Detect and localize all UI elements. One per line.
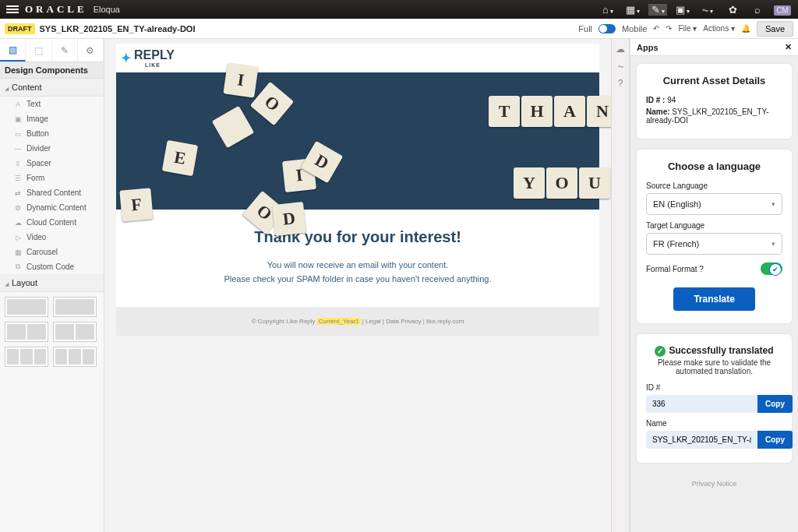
content-header[interactable]: Content — [0, 79, 104, 97]
sidebar-item-label: Carousel — [26, 248, 58, 256]
bell-icon[interactable]: 🔔 — [741, 24, 750, 33]
grid-icon[interactable]: ▦▾ — [623, 4, 642, 16]
target-lang-select[interactable]: FR (French)▾ — [646, 233, 782, 255]
sidebar-item-icon: ▭ — [14, 130, 22, 138]
preview-switch[interactable] — [598, 24, 616, 33]
left-panel: ▧ ⬚ ✎ ⚙ Design Components Content AText▣… — [0, 39, 104, 532]
analytics-icon[interactable]: ⏦ — [613, 59, 627, 73]
sidebar-item-icon: A — [14, 100, 22, 108]
gear-icon[interactable]: ✿ — [723, 4, 742, 16]
sidebar-item-carousel[interactable]: ▦Carousel — [0, 245, 104, 259]
source-lang-select[interactable]: EN (English)▾ — [646, 193, 782, 215]
edit-icon[interactable]: ✎▾ — [648, 4, 667, 16]
sidebar-item-icon: ⧉ — [14, 262, 22, 271]
asset-subbar: DRAFT SYS_LKR_202105_EN_TY-already-DOI F… — [0, 19, 798, 39]
layout-3col[interactable] — [5, 347, 48, 367]
email-footer: © Copyright Like Reply Current_Year1 | L… — [116, 307, 599, 336]
language-card-title: Choose a language — [646, 160, 782, 172]
sidebar-item-label: Video — [26, 233, 46, 241]
sidebar-item-icon: ☰ — [14, 174, 22, 182]
user-avatar[interactable]: CM — [773, 4, 792, 16]
hero-image: I O E F I D O D T H A N Y O U — [116, 72, 599, 210]
actions-menu[interactable]: Actions ▾ — [703, 24, 735, 33]
product-name: Eloqua — [94, 5, 120, 14]
formal-label: Formal Format ? — [646, 265, 704, 273]
redo-icon[interactable]: ↷ — [666, 24, 672, 33]
chart-icon[interactable]: ⏦▾ — [698, 4, 717, 16]
sidebar-item-divider[interactable]: —Divider — [0, 141, 104, 156]
source-lang-label: Source Language — [646, 181, 782, 190]
copy-name-button[interactable]: Copy — [757, 431, 793, 449]
design-components-title: Design Components — [0, 62, 104, 79]
draft-badge: DRAFT — [5, 23, 35, 34]
layout-grid — [0, 292, 104, 372]
apps-title: Apps — [637, 43, 659, 52]
sidebar-item-form[interactable]: ☰Form — [0, 171, 104, 185]
close-icon[interactable]: ✕ — [785, 42, 792, 52]
copy-id-button[interactable]: Copy — [757, 395, 793, 413]
sidebar-item-label: Shared Content — [26, 188, 81, 197]
sidebar-item-button[interactable]: ▭Button — [0, 126, 104, 141]
sidebar-item-icon: ☁ — [14, 219, 22, 227]
sidebar-item-image[interactable]: ▣Image — [0, 111, 104, 126]
sidebar-item-label: Image — [26, 115, 48, 123]
tab-components[interactable]: ▧ — [0, 39, 26, 62]
layout-2col[interactable] — [5, 322, 48, 342]
sidebar-item-dynamic-content[interactable]: ⚙Dynamic Content — [0, 200, 104, 215]
language-card: Choose a language Source Language EN (En… — [637, 150, 792, 323]
menu-icon[interactable] — [6, 5, 19, 13]
search-icon[interactable]: ⌕ — [748, 4, 767, 16]
canvas[interactable]: ✦ REPLY LIKE I O E F I D O D T H A — [104, 39, 611, 532]
chevron-down-icon: ▾ — [772, 200, 775, 208]
mobile-label: Mobile — [622, 24, 647, 33]
sidebar-item-label: Cloud Content — [26, 218, 76, 227]
sidebar-item-label: Spacer — [26, 159, 51, 167]
save-button[interactable]: Save — [757, 21, 793, 37]
sidebar-item-icon: ▣ — [14, 115, 22, 123]
sidebar-item-cloud-content[interactable]: ☁Cloud Content — [0, 215, 104, 230]
layout-3col[interactable] — [53, 347, 97, 367]
privacy-link[interactable]: Privacy Notice — [637, 474, 792, 494]
sidebar-item-video[interactable]: ▷Video — [0, 230, 104, 245]
asset-details-title: Current Asset Details — [646, 75, 782, 86]
tab-brush[interactable]: ✎ — [52, 39, 78, 62]
result-name-field[interactable] — [646, 431, 757, 449]
sidebar-item-label: Form — [26, 174, 44, 182]
result-id-label: ID # — [646, 383, 782, 392]
tab-blocks[interactable]: ⬚ — [26, 39, 51, 62]
sidebar-item-spacer[interactable]: ⇳Spacer — [0, 156, 104, 171]
layout-2col[interactable] — [53, 322, 97, 342]
oracle-logo: ORACLE — [25, 3, 87, 16]
layout-1col[interactable] — [53, 297, 97, 317]
side-strip: ☁ ⏦ ? — [611, 39, 630, 532]
chevron-down-icon: ▾ — [772, 240, 775, 248]
cloud-icon[interactable]: ☁ — [613, 42, 627, 56]
email-line2: Please check your SPAM folder in case yo… — [124, 274, 591, 284]
email-body: Thank you for your interest! You will no… — [116, 210, 599, 307]
result-id-field[interactable] — [646, 395, 757, 413]
sidebar-item-label: Divider — [26, 144, 51, 153]
help-icon[interactable]: ? — [613, 76, 627, 90]
sidebar-item-icon: ⇳ — [14, 160, 22, 167]
success-icon: ✓ — [655, 346, 666, 357]
translate-button[interactable]: Translate — [673, 287, 755, 311]
asset-details-card: Current Asset Details ID # : 94 Name: SY… — [637, 64, 792, 139]
formal-toggle[interactable] — [761, 262, 782, 275]
file-menu[interactable]: File ▾ — [678, 24, 697, 33]
sidebar-item-shared-content[interactable]: ⇄Shared Content — [0, 185, 104, 200]
home-icon[interactable]: ⌂▾ — [598, 4, 617, 16]
tab-settings[interactable]: ⚙ — [78, 39, 104, 62]
gallery-icon[interactable]: ▣▾ — [673, 4, 692, 16]
sidebar-item-label: Dynamic Content — [26, 203, 87, 212]
sidebar-item-text[interactable]: AText — [0, 97, 104, 111]
sidebar-item-label: Text — [26, 100, 41, 108]
layout-1col[interactable] — [5, 297, 48, 317]
email-logo: ✦ REPLY LIKE — [121, 48, 595, 68]
asset-crumb[interactable]: SYS_LKR_202105_EN_TY-already-DOI — [40, 24, 196, 33]
email-preview[interactable]: ✦ REPLY LIKE I O E F I D O D T H A — [116, 44, 599, 336]
undo-icon[interactable]: ↶ — [653, 24, 659, 33]
global-topbar: ORACLE Eloqua ⌂▾ ▦▾ ✎▾ ▣▾ ⏦▾ ✿ ⌕ CM — [0, 0, 798, 19]
sidebar-item-icon: ⚙ — [14, 204, 22, 212]
layout-header[interactable]: Layout — [0, 274, 104, 292]
sidebar-item-custom-code[interactable]: ⧉Custom Code — [0, 259, 104, 274]
